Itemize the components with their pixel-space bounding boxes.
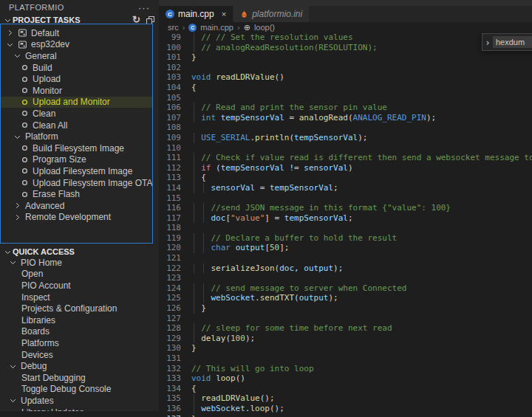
sidebar-item-clean[interactable]: Clean — [1, 108, 152, 120]
code-line-116[interactable]: 116 //send JSON message in this format {… — [159, 203, 532, 213]
sidebar-item-open[interactable]: Open — [0, 269, 159, 280]
line-number: 102 — [159, 63, 181, 73]
code-line-130[interactable]: 130} — [159, 343, 532, 354]
code-line-129[interactable]: 129 delay(100); — [159, 334, 532, 344]
code-line-100[interactable]: 100 // analogReadResolution(RESOLUTION); — [159, 43, 532, 53]
code-line-119[interactable]: 119 // Declare a buffer to hold the resu… — [159, 233, 532, 244]
code-line-124[interactable]: 124 // send message to server when Conne… — [159, 283, 532, 294]
tab-platformio-ini[interactable]: platformio.ini — [233, 6, 310, 22]
sidebar-item-inspect[interactable]: Inspect — [0, 292, 159, 303]
find-expand-chevron-icon[interactable]: › — [482, 37, 493, 48]
sidebar-item-upload-and-monitor[interactable]: Upload and Monitor — [1, 97, 152, 108]
code-editor[interactable]: › hexdum 99 // // Set the resolution val… — [159, 32, 532, 417]
code-line-110[interactable]: 110 — [159, 143, 532, 154]
code-line-112[interactable]: 112 if (tempSensorVal != sensorVal) — [159, 163, 532, 173]
code-line-137[interactable]: 137} — [159, 414, 532, 417]
code-line-123[interactable]: 123 — [159, 273, 532, 283]
breadcrumb: src › C main.cpp › ⊕ loop() — [159, 22, 532, 32]
breadcrumb-symbol[interactable]: loop() — [254, 23, 275, 32]
code-line-107[interactable]: 107 int tempSensorVal = analogRead(ANALO… — [159, 113, 532, 123]
code-line-99[interactable]: 99 // // Set the resolution values — [159, 32, 532, 43]
sidebar-item-upload-filesystem-image[interactable]: Upload Filesystem Image — [1, 165, 152, 177]
code-line-102[interactable]: 102 — [159, 63, 532, 73]
code-line-120[interactable]: 120 char output[50]; — [159, 243, 532, 253]
line-number: 124 — [159, 283, 181, 294]
code-line-121[interactable]: 121 — [159, 253, 532, 263]
sidebar-item-pio-home[interactable]: PIO Home — [0, 257, 159, 269]
sidebar-item-updates[interactable]: Updates — [0, 395, 159, 407]
find-input[interactable]: hexdum — [493, 36, 532, 48]
code-text: USE_SERIAL.println(tempSensorVal); — [191, 133, 367, 143]
sidebar-item-devices[interactable]: Devices — [0, 349, 159, 361]
code-line-132[interactable]: 132// This will go into loop — [159, 364, 532, 374]
code-line-127[interactable]: 127 — [159, 314, 532, 324]
sidebar-item-library-updates[interactable]: Library Updates — [0, 407, 159, 411]
code-line-118[interactable]: 118 — [159, 223, 532, 233]
sidebar-item-start-debugging[interactable]: Start Debugging — [0, 372, 159, 384]
code-text: { — [191, 173, 206, 183]
code-text: { — [191, 384, 197, 394]
code-line-108[interactable]: 108 — [159, 123, 532, 133]
collapse-all-icon[interactable] — [146, 16, 154, 24]
close-icon[interactable]: × — [222, 10, 226, 18]
sidebar-item-boards[interactable]: Boards — [0, 326, 159, 338]
sidebar-item-default[interactable]: Default — [1, 27, 152, 39]
code-line-131[interactable]: 131 — [159, 354, 532, 364]
sidebar-item-projects-configuration[interactable]: Projects & Configuration — [0, 303, 159, 314]
sidebar-item-general[interactable]: General — [1, 50, 152, 62]
sidebar-item-libraries[interactable]: Libraries — [0, 314, 159, 326]
sidebar-item-pio-account[interactable]: PIO Account — [0, 280, 159, 292]
item-label: Clean — [33, 108, 55, 119]
chevron-right-icon — [6, 29, 14, 37]
code-line-135[interactable]: 135 readLDRValue(); — [159, 393, 532, 404]
sidebar-item-upload-filesystem-image-ota[interactable]: Upload Filesystem Image OTA — [1, 177, 152, 189]
code-line-115[interactable]: 115 — [159, 193, 532, 204]
code-line-103[interactable]: 103void readLDRValue() — [159, 72, 532, 83]
code-text: // send message to server when Connected — [191, 283, 406, 294]
sidebar-item-program-size[interactable]: Program Size — [1, 154, 152, 166]
line-number: 103 — [159, 72, 181, 83]
more-actions-icon[interactable]: ··· — [138, 2, 150, 13]
sidebar-item-remote-development[interactable]: Remote Development — [1, 212, 152, 224]
sidebar-item-erase-flash[interactable]: Erase Flash — [1, 188, 152, 200]
code-line-101[interactable]: 101} — [159, 52, 532, 63]
code-line-111[interactable]: 111 // Check if value read is different … — [159, 153, 532, 163]
sidebar-item-toggle-debug-console[interactable]: Toggle Debug Console — [0, 384, 159, 396]
code-line-133[interactable]: 133void loop() — [159, 373, 532, 384]
code-text: //send JSON message in this format {"val… — [191, 203, 451, 213]
sidebar-item-build-filesystem-image[interactable]: Build Filesystem Image — [1, 142, 152, 154]
code-line-125[interactable]: 125 webSocket.sendTXT(output); — [159, 293, 532, 303]
code-line-113[interactable]: 113 { — [159, 173, 532, 183]
sidebar-item-platforms[interactable]: Platforms — [0, 337, 159, 349]
breadcrumb-file[interactable]: main.cpp — [200, 23, 233, 32]
sidebar-item-debug[interactable]: Debug — [0, 360, 159, 372]
sidebar-item-advanced[interactable]: Advanced — [1, 200, 152, 212]
breadcrumb-src[interactable]: src — [168, 23, 179, 32]
code-line-106[interactable]: 106 // Read and print the sensor pin val… — [159, 103, 532, 113]
sidebar-item-build[interactable]: Build — [1, 62, 152, 74]
code-line-122[interactable]: 122 serializeJson(doc, output); — [159, 263, 532, 274]
code-line-104[interactable]: 104{ — [159, 83, 532, 93]
code-line-105[interactable]: 105 — [159, 93, 532, 103]
item-label: Build Filesystem Image — [33, 143, 124, 154]
sidebar-item-clean-all[interactable]: Clean All — [1, 120, 152, 131]
code-line-114[interactable]: 114 sensorVal = tempSensorVal; — [159, 183, 532, 193]
sidebar-item-esp32dev[interactable]: esp32dev — [1, 39, 152, 51]
code-text: } — [191, 343, 197, 354]
sidebar-item-platform[interactable]: Platform — [1, 131, 152, 142]
code-line-117[interactable]: 117 doc["value"] = tempSensorVal; — [159, 213, 532, 224]
sidebar-item-upload[interactable]: Upload — [1, 73, 152, 85]
code-line-128[interactable]: 128 // sleep for some time before next r… — [159, 323, 532, 334]
code-line-134[interactable]: 134{ — [159, 384, 532, 394]
code-line-109[interactable]: 109 USE_SERIAL.println(tempSensorVal); — [159, 133, 532, 143]
code-text: delay(100); — [191, 334, 255, 344]
quick-access-header[interactable]: QUICK ACCESS — [0, 247, 159, 257]
tab-main-cpp[interactable]: C main.cpp × — [159, 6, 233, 22]
code-line-136[interactable]: 136 webSocket.loop(); — [159, 404, 532, 414]
sidebar-item-monitor[interactable]: Monitor — [1, 85, 152, 97]
code-text: // sleep for some time before next read — [191, 323, 392, 334]
item-label: Platform — [25, 131, 58, 142]
code-text: sensorVal = tempSensorVal; — [191, 183, 338, 193]
item-label: Inspect — [21, 292, 50, 303]
code-line-126[interactable]: 126 } — [159, 303, 532, 314]
